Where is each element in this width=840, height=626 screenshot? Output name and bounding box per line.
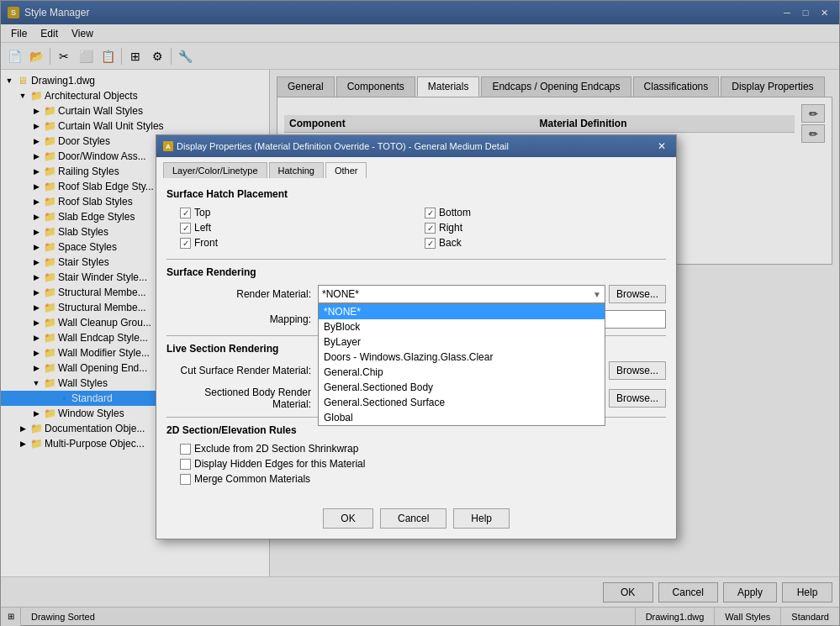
- checkbox-merge-common[interactable]: Merge Common Materials: [180, 473, 666, 485]
- checkbox-back-box[interactable]: [425, 238, 436, 249]
- sm1-expander[interactable]: ▶: [29, 286, 43, 299]
- tab-general[interactable]: General: [277, 76, 335, 97]
- checkbox-merge-common-box[interactable]: [180, 474, 191, 485]
- ws-expander[interactable]: ▼: [29, 376, 43, 390]
- tree-curtain-wall-unit[interactable]: ▶ 📁 Curtain Wall Unit Styles: [1, 118, 269, 134]
- tab-classifications[interactable]: Classifications: [633, 76, 720, 97]
- close-button[interactable]: ✕: [816, 5, 832, 20]
- sl-expander[interactable]: ▶: [29, 225, 43, 239]
- checkbox-exclude-shrinkwrap[interactable]: Exclude from 2D Section Shrinkwrap: [180, 443, 666, 455]
- separator-2: [121, 48, 122, 65]
- wo-expander[interactable]: ▶: [29, 361, 43, 375]
- mp-expander[interactable]: ▶: [16, 437, 29, 450]
- ds-expander[interactable]: ▶: [29, 134, 43, 148]
- checkbox-left-box[interactable]: [180, 223, 191, 234]
- checkbox-top-box[interactable]: [180, 208, 191, 218]
- status-left-icon[interactable]: ⊞: [1, 608, 21, 626]
- render-material-browse-button[interactable]: Browse...: [609, 285, 666, 303]
- wc-expander[interactable]: ▶: [29, 316, 43, 329]
- checkbox-back[interactable]: Back: [425, 237, 666, 249]
- win-expander[interactable]: ▶: [29, 407, 43, 420]
- checkbox-front[interactable]: Front: [180, 237, 421, 249]
- paste-button[interactable]: 📋: [98, 46, 118, 66]
- new-button[interactable]: 📄: [4, 46, 24, 66]
- menu-view[interactable]: View: [65, 26, 100, 41]
- st-expander[interactable]: ▶: [29, 255, 43, 269]
- copy-button[interactable]: ⬜: [76, 46, 96, 66]
- checkbox-bottom[interactable]: Bottom: [425, 207, 666, 218]
- filter-button[interactable]: ⊞: [125, 46, 145, 66]
- sp-expander[interactable]: ▶: [29, 240, 43, 254]
- edit-button-2[interactable]: ✏: [801, 124, 825, 143]
- doc-expander[interactable]: ▶: [16, 422, 29, 435]
- dropdown-option-doors-glass[interactable]: Doors - Windows.Glazing.Glass.Clear: [319, 350, 605, 365]
- root-expander[interactable]: ▼: [3, 74, 16, 87]
- dialog-tab-layer[interactable]: Layer/Color/Linetype: [163, 162, 267, 178]
- dropdown-option-none[interactable]: *NONE*: [319, 304, 605, 319]
- checkbox-display-hidden[interactable]: Display Hidden Edges for this Material: [180, 458, 666, 470]
- dropdown-option-general-sectioned-body[interactable]: General.Sectioned Body: [319, 380, 605, 395]
- main-apply-button[interactable]: Apply: [723, 582, 777, 602]
- dw-expander[interactable]: ▶: [29, 150, 43, 163]
- render-material-dropdown[interactable]: *NONE* ▼: [318, 285, 605, 303]
- minimize-button[interactable]: ─: [779, 5, 795, 20]
- dialog-icon: A: [163, 141, 173, 151]
- checkbox-merge-common-label: Merge Common Materials: [194, 473, 310, 485]
- sw-expander[interactable]: ▶: [29, 271, 43, 284]
- main-help-button[interactable]: Help: [782, 582, 832, 602]
- extra-button[interactable]: 🔧: [175, 46, 195, 66]
- main-cancel-button[interactable]: Cancel: [658, 582, 718, 602]
- dropdown-option-general-sectioned-surface[interactable]: General.Sectioned Surface: [319, 395, 605, 410]
- edit-button-1[interactable]: ✏: [801, 104, 825, 123]
- tab-display-props[interactable]: Display Properties: [721, 76, 824, 97]
- main-ok-button[interactable]: OK: [603, 582, 653, 602]
- open-button[interactable]: 📂: [26, 46, 46, 66]
- arch-expander[interactable]: ▼: [16, 89, 29, 103]
- rs-expander[interactable]: ▶: [29, 195, 43, 208]
- cwu-expander[interactable]: ▶: [29, 119, 43, 133]
- checkbox-right-box[interactable]: [425, 223, 436, 234]
- cw-expander[interactable]: ▶: [29, 104, 43, 118]
- dialog-cancel-button[interactable]: Cancel: [380, 508, 446, 529]
- menu-file[interactable]: File: [4, 26, 34, 41]
- sm2-expander[interactable]: ▶: [29, 301, 43, 314]
- sectioned-body-browse-button[interactable]: Browse...: [609, 389, 666, 408]
- tab-materials[interactable]: Materials: [417, 76, 480, 97]
- checkbox-right[interactable]: Right: [425, 222, 666, 234]
- cut-button[interactable]: ✂: [54, 46, 74, 66]
- checkbox-exclude-shrinkwrap-box[interactable]: [180, 444, 191, 455]
- checkbox-front-box[interactable]: [180, 238, 191, 249]
- dropdown-option-general-chip[interactable]: General.Chip: [319, 365, 605, 380]
- maximize-button[interactable]: □: [797, 5, 814, 20]
- dialog-ok-button[interactable]: OK: [323, 508, 373, 529]
- dropdown-option-byblock[interactable]: ByBlock: [319, 319, 605, 334]
- tab-endcaps[interactable]: Endcaps / Opening Endcaps: [481, 76, 631, 97]
- checkbox-left[interactable]: Left: [180, 222, 421, 234]
- se-label: Slab Edge Styles: [58, 211, 135, 223]
- tree-root[interactable]: ▼ 🖥 Drawing1.dwg: [1, 73, 269, 88]
- dropdown-option-global[interactable]: Global: [319, 410, 605, 425]
- rse-expander[interactable]: ▶: [29, 180, 43, 193]
- wc-icon: 📁: [43, 316, 56, 329]
- cut-surface-browse-button[interactable]: Browse...: [609, 361, 666, 380]
- dialog-help-button[interactable]: Help: [453, 508, 510, 529]
- separator-1: [50, 48, 50, 65]
- se-expander[interactable]: ▶: [29, 210, 43, 224]
- menu-edit[interactable]: Edit: [34, 26, 65, 41]
- we-expander[interactable]: ▶: [29, 331, 43, 345]
- checkbox-bottom-box[interactable]: [425, 208, 436, 218]
- wm-icon: 📁: [43, 346, 56, 360]
- dialog-tab-hatching[interactable]: Hatching: [269, 162, 324, 178]
- tab-components[interactable]: Components: [336, 76, 415, 97]
- dialog-close-button[interactable]: ✕: [654, 139, 669, 153]
- wm-expander[interactable]: ▶: [29, 346, 43, 360]
- dropdown-option-bylayer[interactable]: ByLayer: [319, 334, 605, 350]
- checkbox-top[interactable]: Top: [180, 207, 421, 218]
- we-label: Wall Endcap Style...: [58, 332, 148, 344]
- rl-expander[interactable]: ▶: [29, 165, 43, 178]
- checkbox-display-hidden-box[interactable]: [180, 459, 191, 470]
- tree-curtain-wall[interactable]: ▶ 📁 Curtain Wall Styles: [1, 103, 269, 118]
- settings-button[interactable]: ⚙: [147, 46, 167, 66]
- dialog-tab-other[interactable]: Other: [325, 162, 367, 178]
- tree-arch-objects[interactable]: ▼ 📁 Architectural Objects: [1, 88, 269, 103]
